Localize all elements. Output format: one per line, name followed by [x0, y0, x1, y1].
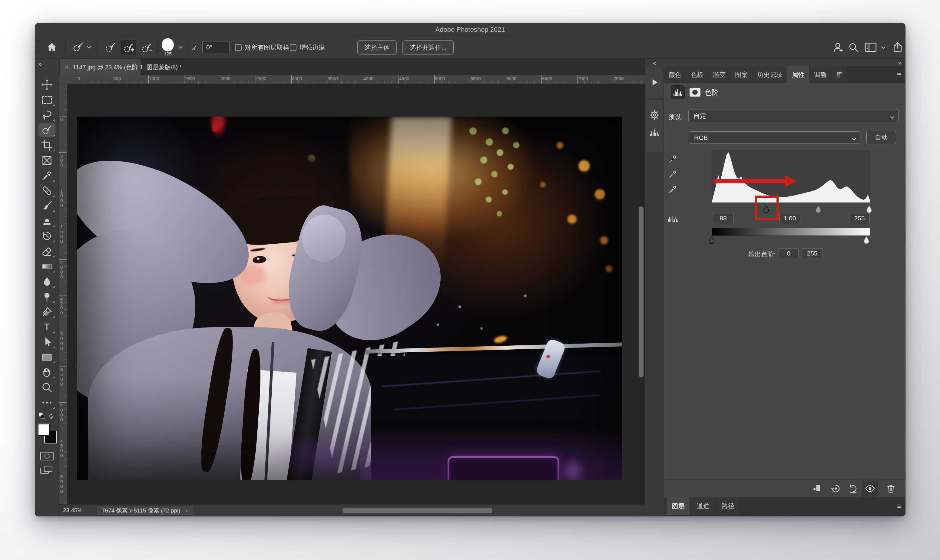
sample-all-layers-checkbox[interactable]	[235, 44, 242, 51]
horizontal-ruler[interactable]: 0500100015002000250030003500400045005000…	[67, 75, 645, 84]
tool-more[interactable]	[39, 395, 55, 409]
black-point-eyedropper-icon[interactable]	[668, 154, 678, 164]
panel-tab-调整[interactable]: 调整	[809, 66, 832, 83]
new-selection-mode[interactable]	[103, 40, 118, 55]
clip-to-layer-icon[interactable]	[810, 482, 824, 495]
output-white-input[interactable]	[801, 248, 823, 258]
home-icon[interactable]	[46, 42, 57, 53]
tool-preset-icon[interactable]	[72, 41, 85, 54]
tool-clone-stamp[interactable]	[39, 214, 55, 228]
foreground-background-colors[interactable]	[37, 423, 56, 445]
tool-rectangle[interactable]	[39, 350, 55, 364]
panel-tab-历史记录[interactable]: 历史记录	[752, 66, 787, 83]
select-and-mask-button[interactable]: 选择并遮住...	[402, 40, 454, 55]
panel-tab-图案[interactable]: 图案	[730, 66, 752, 83]
preset-select[interactable]: 自定	[688, 109, 898, 122]
chevron-down-icon[interactable]	[86, 45, 91, 49]
white-level-input[interactable]	[849, 213, 870, 223]
tool-marquee[interactable]	[39, 93, 55, 107]
angle-input[interactable]	[202, 41, 230, 53]
chevron-down-icon[interactable]	[881, 46, 886, 49]
status-expander-icon[interactable]: ›	[186, 506, 188, 515]
subtract-selection-mode[interactable]	[139, 40, 154, 55]
panel-tab-颜色[interactable]: 颜色	[664, 66, 686, 83]
view-previous-state-icon[interactable]	[829, 482, 843, 495]
tool-zoom[interactable]	[39, 380, 55, 394]
tool-hand[interactable]	[39, 365, 55, 379]
tool-eraser[interactable]	[39, 244, 55, 258]
tool-frame[interactable]	[39, 154, 55, 168]
foreground-color-swatch[interactable]	[37, 423, 50, 436]
panel-tab-渐变[interactable]: 渐变	[708, 66, 730, 83]
screen-mode-button[interactable]	[40, 466, 54, 475]
delete-adjustment-icon[interactable]	[884, 482, 898, 495]
chevron-down-icon[interactable]	[178, 45, 183, 49]
search-icon[interactable]	[848, 42, 859, 53]
tool-lasso[interactable]	[39, 108, 55, 122]
default-colors-icon[interactable]	[39, 412, 55, 420]
panel-tab-属性[interactable]: 属性	[787, 66, 809, 83]
dock-grip[interactable]	[650, 102, 659, 103]
close-icon[interactable]: ×	[65, 63, 68, 71]
play-icon[interactable]	[650, 77, 659, 89]
vertical-ruler[interactable]: 0500100015002000250030003500400045005000	[59, 84, 67, 504]
reset-adjustment-icon[interactable]	[846, 482, 860, 495]
panel-tab-色板[interactable]: 色板	[686, 66, 708, 83]
uncached-refresh-icon[interactable]	[667, 212, 679, 225]
tool-quick-selection[interactable]	[39, 123, 55, 137]
tool-eyedropper[interactable]	[39, 169, 55, 183]
photo-canvas[interactable]	[77, 117, 622, 480]
add-selection-mode[interactable]	[121, 40, 136, 55]
layer-mask-icon[interactable]	[690, 88, 700, 97]
tool-brush[interactable]	[39, 199, 55, 213]
brush-preview[interactable]	[162, 38, 174, 51]
vertical-scrollbar[interactable]	[639, 206, 644, 377]
panel-tab-库[interactable]: 库	[832, 66, 848, 83]
tool-type[interactable]: T	[39, 320, 55, 334]
workspace-icon[interactable]	[864, 42, 877, 53]
gamma-slider[interactable]	[814, 205, 822, 213]
white-point-eyedropper-icon[interactable]	[668, 184, 678, 194]
share-icon[interactable]	[892, 41, 904, 53]
auto-button[interactable]: 自动	[866, 131, 896, 144]
panel-tab-路径[interactable]: 路径	[716, 497, 740, 515]
horizontal-scrollbar[interactable]	[342, 508, 492, 513]
canvas-pasteboard[interactable]	[67, 84, 645, 504]
gray-point-eyedropper-icon[interactable]	[668, 169, 678, 179]
tool-gradient[interactable]	[39, 259, 55, 273]
zoom-level[interactable]: 23.45%	[63, 505, 82, 516]
document-size-status[interactable]: 7674 像素 x 5115 像素 (72 ppi) ›	[97, 506, 193, 515]
ruler-corner[interactable]	[59, 75, 67, 84]
visibility-eye-icon[interactable]	[862, 480, 878, 497]
panel-menu-icon[interactable]: ≡	[897, 66, 901, 83]
enhance-edge-checkbox[interactable]	[290, 44, 296, 51]
tool-move[interactable]	[39, 78, 55, 92]
collapse-panels-icon[interactable]: »	[898, 59, 901, 66]
tool-blur[interactable]	[39, 275, 55, 288]
layers-menu-icon[interactable]: ≡	[897, 497, 901, 515]
tool-crop[interactable]	[39, 138, 55, 152]
white-input-slider[interactable]	[865, 205, 873, 213]
channel-select[interactable]: RGB	[689, 131, 860, 144]
collapse-dock-icon[interactable]: «	[645, 60, 664, 66]
black-level-input[interactable]	[713, 213, 734, 223]
tool-pen[interactable]	[39, 305, 55, 319]
add-user-icon[interactable]	[832, 41, 844, 53]
output-black-slider[interactable]	[708, 236, 716, 244]
tool-healing-brush[interactable]	[39, 184, 55, 198]
output-gradient-bar[interactable]	[712, 228, 870, 236]
toolbar-expand-icon[interactable]: »	[38, 60, 42, 68]
tool-path-select[interactable]	[39, 335, 55, 349]
discover-wheel-icon[interactable]	[649, 109, 660, 122]
tool-history-brush[interactable]	[39, 229, 55, 243]
select-subject-button[interactable]: 选择主体	[358, 40, 397, 55]
quick-mask-button[interactable]	[40, 452, 54, 460]
output-white-slider[interactable]	[863, 236, 870, 244]
document-tab[interactable]: × 1147.jpg @ 23.4% (色阶 1, 图层蒙版/8) *	[60, 59, 140, 75]
adjustment-thumbnail[interactable]	[671, 85, 685, 99]
output-black-input[interactable]	[778, 248, 798, 258]
dock-grip[interactable]	[650, 69, 659, 70]
gamma-input[interactable]	[780, 213, 800, 223]
title-bar[interactable]: Adobe Photoshop 2021	[35, 23, 905, 36]
panel-tab-图层[interactable]: 图层	[667, 497, 690, 515]
